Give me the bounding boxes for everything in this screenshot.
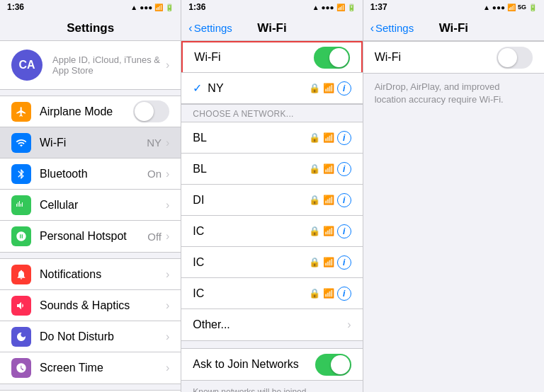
network-info-button[interactable]: i <box>337 131 351 145</box>
network-info-button[interactable]: i <box>337 255 351 270</box>
network-list: BL 🔒 📶 i BL 🔒 📶 i <box>181 122 362 341</box>
other-network-cell[interactable]: Other... › <box>181 309 362 340</box>
settings-panel: Settings CA Apple ID, iCloud, iTunes & A… <box>0 14 181 392</box>
notifications-cell[interactable]: Notifications › <box>0 259 181 290</box>
wifi-value: NY <box>147 137 162 149</box>
cellular-icon <box>11 195 31 215</box>
dnd-label: Do Not Disturb <box>40 330 166 343</box>
wifi-off-panel: ‹ Settings Wi-Fi Wi-Fi AirDrop, AirPlay,… <box>363 14 544 392</box>
wifi-cell[interactable]: Wi-Fi NY › <box>0 127 181 158</box>
airplane-toggle[interactable] <box>133 100 169 122</box>
signal-icon: 📶 <box>323 132 334 143</box>
network-info-button[interactable]: i <box>337 162 351 176</box>
dnd-icon <box>11 327 31 347</box>
cellular-cell[interactable]: Cellular › <box>0 190 181 221</box>
sounds-icon <box>11 296 31 316</box>
network-name: IC <box>193 225 308 238</box>
network-info-button[interactable]: i <box>337 81 351 96</box>
network-name: BL <box>193 132 308 144</box>
status-icons-panel1: ▲ ●●● 📶 🔋 <box>130 4 174 11</box>
network-ic2[interactable]: IC 🔒 📶 i <box>181 247 362 278</box>
lock-icon: 🔒 <box>309 288 320 299</box>
wifi-panel: ‹ Settings Wi-Fi Wi-Fi ✓ NY <box>181 14 363 392</box>
time-panel1: 1:36 <box>7 2 24 12</box>
choose-network-header: CHOOSE A NETWORK... <box>181 105 362 122</box>
notifications-chevron: › <box>166 268 169 281</box>
network-name: IC <box>193 287 308 300</box>
wifi-title: Wi-Fi <box>257 21 286 35</box>
time-panel3: 1:37 <box>370 2 387 12</box>
network-info-button[interactable]: i <box>337 287 351 301</box>
screentime-chevron: › <box>166 362 169 374</box>
back-chevron-icon2: ‹ <box>370 22 374 35</box>
network-info-button[interactable]: i <box>337 193 351 207</box>
wifi-toggle-label: Wi-Fi <box>194 51 313 64</box>
network-icons: 🔒 📶 i <box>309 287 351 301</box>
airplane-mode-cell[interactable]: Airplane Mode <box>0 96 181 127</box>
other-label: Other... <box>193 318 347 331</box>
other-chevron: › <box>347 318 351 331</box>
bluetooth-value: On <box>147 168 162 180</box>
ask-join-label: Ask to Join Networks <box>193 358 314 371</box>
network-info-button[interactable]: i <box>337 224 351 238</box>
settings-header: Settings <box>0 14 181 41</box>
wifi-content: Wi-Fi ✓ NY 🔒 📶 i <box>181 41 362 392</box>
lock-icon: 🔒 <box>309 257 320 267</box>
ask-join-toggle[interactable] <box>315 354 351 376</box>
check-icon: ✓ <box>193 81 202 95</box>
back-chevron-icon: ‹ <box>188 22 192 35</box>
wifi-header: ‹ Settings Wi-Fi <box>181 14 362 41</box>
signal-icon: 📶 <box>323 163 334 174</box>
bluetooth-chevron: › <box>166 168 169 180</box>
cellular-chevron: › <box>166 199 169 212</box>
hotspot-cell[interactable]: Personal Hotspot Off › <box>0 221 181 252</box>
wifi-off-toggle-switch[interactable] <box>497 47 533 69</box>
wifi-off-title: Wi-Fi <box>439 21 468 35</box>
wifi-off-back-button[interactable]: ‹ Settings <box>370 22 414 35</box>
wifi-toggle-switch[interactable] <box>314 47 350 69</box>
lock-icon: 🔒 <box>309 83 320 93</box>
wifi-off-back-label: Settings <box>375 22 414 34</box>
lock-icon: 🔒 <box>309 163 320 174</box>
lock-icon: 🔒 <box>309 226 320 236</box>
network-bl1[interactable]: BL 🔒 📶 i <box>181 122 362 154</box>
hotspot-chevron: › <box>166 230 169 243</box>
dnd-chevron: › <box>166 330 169 343</box>
wifi-back-label: Settings <box>194 22 232 34</box>
wifi-off-header: ‹ Settings Wi-Fi <box>363 14 544 41</box>
signal-icon: 📶 <box>323 195 334 205</box>
time-panel2: 1:36 <box>188 2 205 12</box>
profile-cell[interactable]: CA Apple ID, iCloud, iTunes & App Store … <box>0 41 181 90</box>
cellular-label: Cellular <box>40 199 166 212</box>
bluetooth-cell[interactable]: Bluetooth On › <box>0 158 181 190</box>
sounds-chevron: › <box>166 299 169 312</box>
signal-icon: 📶 <box>323 226 334 236</box>
network-icons: 🔒 📶 i <box>309 131 351 145</box>
settings-content: CA Apple ID, iCloud, iTunes & App Store … <box>0 41 181 392</box>
airplane-label: Airplane Mode <box>40 105 133 118</box>
ask-join-cell[interactable]: Ask to Join Networks <box>181 349 362 380</box>
connected-network-name: NY <box>208 82 308 95</box>
connected-network-icons: 🔒 📶 i <box>309 81 351 96</box>
wifi-off-toggle-label: Wi-Fi <box>375 51 497 64</box>
avatar: CA <box>11 50 42 81</box>
network-di[interactable]: DI 🔒 📶 i <box>181 185 362 216</box>
network-ic3[interactable]: IC 🔒 📶 i <box>181 278 362 309</box>
lock-icon: 🔒 <box>309 195 320 205</box>
network-ic1[interactable]: IC 🔒 📶 i <box>181 216 362 247</box>
sounds-cell[interactable]: Sounds & Haptics › <box>0 290 181 321</box>
wifi-settings-icon <box>11 133 31 153</box>
wifi-off-description: AirDrop, AirPlay, and improved location … <box>363 74 544 113</box>
bluetooth-label: Bluetooth <box>40 168 147 180</box>
screentime-cell[interactable]: Screen Time › <box>0 352 181 384</box>
dnd-cell[interactable]: Do Not Disturb › <box>0 321 181 352</box>
wifi-back-button[interactable]: ‹ Settings <box>188 22 232 35</box>
wifi-off-toggle-cell[interactable]: Wi-Fi <box>363 42 544 73</box>
wifi-toggle-cell[interactable]: Wi-Fi <box>181 41 362 72</box>
signal-icon: 📶 <box>323 83 334 93</box>
status-icons-panel3: ▲ ●●● 📶 5G 🔋 <box>483 4 537 11</box>
network-name: BL <box>193 163 308 175</box>
connected-network-cell[interactable]: ✓ NY 🔒 📶 i <box>181 73 362 104</box>
network-name: IC <box>193 256 308 269</box>
network-bl2[interactable]: BL 🔒 📶 i <box>181 154 362 185</box>
